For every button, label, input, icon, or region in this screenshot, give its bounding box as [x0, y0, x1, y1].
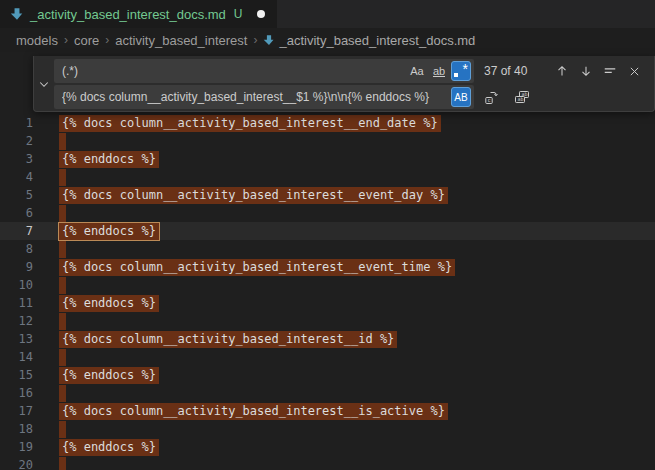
- empty-line-match-highlight: [59, 277, 66, 294]
- replace-input[interactable]: [62, 90, 449, 104]
- breadcrumb-separator: ›: [252, 33, 258, 47]
- regex-icon: *: [454, 64, 468, 78]
- code-line[interactable]: 8: [0, 240, 655, 258]
- arrow-up-icon: [555, 64, 569, 78]
- code-line[interactable]: 3{% enddocs %}: [0, 150, 655, 168]
- empty-line-match-highlight: [59, 205, 66, 222]
- code-line[interactable]: 17{% docs column__activity_based_interes…: [0, 402, 655, 420]
- code-line[interactable]: 1{% docs column__activity_based_interest…: [0, 114, 655, 132]
- line-number[interactable]: 5: [0, 186, 33, 204]
- breadcrumb-item-file[interactable]: _activity_based_interest_docs.md: [263, 33, 475, 48]
- empty-line-match-highlight: [59, 421, 66, 438]
- code-text: {% enddocs %}: [59, 223, 159, 240]
- find-row: Aa ab * 37 of 40: [54, 59, 648, 83]
- replace-all-icon: ab ab: [514, 89, 530, 105]
- line-number[interactable]: 3: [0, 150, 33, 168]
- code-text: {% enddocs %}: [59, 295, 159, 312]
- code-line[interactable]: 9{% docs column__activity_based_interest…: [0, 258, 655, 276]
- code-line[interactable]: 2: [0, 132, 655, 150]
- line-number[interactable]: 19: [0, 438, 33, 456]
- code-text: {% enddocs %}: [59, 439, 159, 456]
- code-line[interactable]: 4: [0, 168, 655, 186]
- line-number[interactable]: 17: [0, 402, 33, 420]
- code-line[interactable]: 19{% enddocs %}: [0, 438, 655, 456]
- line-number[interactable]: 18: [0, 420, 33, 438]
- line-number[interactable]: 15: [0, 366, 33, 384]
- toggle-replace-button[interactable]: [34, 56, 54, 111]
- breadcrumb-item-core[interactable]: core: [74, 33, 99, 48]
- code-line[interactable]: 5{% docs column__activity_based_interest…: [0, 186, 655, 204]
- find-input[interactable]: [62, 64, 405, 78]
- editor-tab[interactable]: _activity_based_interest_docs.md U: [0, 0, 277, 28]
- next-match-button[interactable]: [576, 61, 596, 81]
- code-text: {% docs column__activity_based_interest_…: [59, 259, 455, 276]
- svg-text:c: c: [488, 97, 491, 103]
- code-text: {% enddocs %}: [59, 367, 159, 384]
- breadcrumb-item-activity-based-interest[interactable]: activity_based_interest: [115, 33, 247, 48]
- line-number[interactable]: 9: [0, 258, 33, 276]
- code-line[interactable]: 13{% docs column__activity_based_interes…: [0, 330, 655, 348]
- code-line[interactable]: 10: [0, 276, 655, 294]
- tab-bar: _activity_based_interest_docs.md U: [0, 0, 655, 28]
- line-number[interactable]: 14: [0, 348, 33, 366]
- empty-line-match-highlight: [59, 241, 66, 258]
- code-line[interactable]: 14: [0, 348, 655, 366]
- find-in-selection-button[interactable]: [600, 61, 620, 81]
- breadcrumb-separator: ›: [104, 33, 110, 47]
- previous-match-button[interactable]: [552, 61, 572, 81]
- code-line[interactable]: 6: [0, 204, 655, 222]
- modified-dot-icon[interactable]: [257, 10, 265, 18]
- code-line[interactable]: 12: [0, 312, 655, 330]
- code-text: {% docs column__activity_based_interest_…: [59, 403, 448, 420]
- chevron-down-icon: [38, 78, 50, 90]
- code-line[interactable]: 11{% enddocs %}: [0, 294, 655, 312]
- line-number[interactable]: 2: [0, 132, 33, 150]
- line-number[interactable]: 11: [0, 294, 33, 312]
- code-text: {% docs column__activity_based_interest_…: [59, 187, 448, 204]
- replace-button[interactable]: c: [482, 87, 502, 107]
- line-number[interactable]: 20: [0, 456, 33, 470]
- line-number[interactable]: 4: [0, 168, 33, 186]
- selection-lines-icon: [603, 64, 617, 78]
- empty-line-match-highlight: [59, 133, 66, 150]
- editor-lines: 1{% docs column__activity_based_interest…: [0, 114, 655, 470]
- line-number[interactable]: 10: [0, 276, 33, 294]
- line-number[interactable]: 6: [0, 204, 33, 222]
- markdown-file-icon: [263, 34, 275, 46]
- editor[interactable]: Aa ab * 37 of 40: [0, 52, 655, 470]
- code-line[interactable]: 20: [0, 456, 655, 470]
- line-number[interactable]: 1: [0, 114, 33, 132]
- breadcrumb-separator: ›: [63, 33, 69, 47]
- line-number[interactable]: 16: [0, 384, 33, 402]
- code-line[interactable]: 16: [0, 384, 655, 402]
- regex-toggle[interactable]: *: [451, 61, 471, 81]
- line-number[interactable]: 7: [0, 222, 33, 240]
- line-number[interactable]: 8: [0, 240, 33, 258]
- code-line[interactable]: 18: [0, 420, 655, 438]
- empty-line-match-highlight: [59, 349, 66, 366]
- replace-row: AB c ab: [54, 85, 648, 109]
- line-number[interactable]: 12: [0, 312, 33, 330]
- arrow-down-icon: [579, 64, 593, 78]
- code-line[interactable]: 15{% enddocs %}: [0, 366, 655, 384]
- match-case-toggle[interactable]: Aa: [407, 61, 427, 81]
- code-text: {% docs column__activity_based_interest_…: [59, 115, 441, 132]
- empty-line-match-highlight: [59, 169, 66, 186]
- breadcrumb-item-models[interactable]: models: [16, 33, 58, 48]
- replace-icon: c: [484, 89, 500, 105]
- code-line[interactable]: 7{% enddocs %}: [0, 222, 655, 240]
- preserve-case-toggle[interactable]: AB: [451, 87, 471, 107]
- replace-all-button[interactable]: ab ab: [512, 87, 532, 107]
- close-find-button[interactable]: [624, 61, 644, 81]
- markdown-file-icon: [10, 7, 24, 21]
- find-input-box: Aa ab *: [54, 59, 474, 83]
- whole-word-toggle[interactable]: ab: [429, 61, 449, 81]
- svg-text:ab: ab: [517, 96, 523, 102]
- code-text: {% enddocs %}: [59, 151, 159, 168]
- line-number[interactable]: 13: [0, 330, 33, 348]
- empty-line-match-highlight: [59, 457, 66, 470]
- git-status-badge: U: [234, 7, 243, 21]
- empty-line-match-highlight: [59, 313, 66, 330]
- tab-title: _activity_based_interest_docs.md: [30, 7, 226, 22]
- close-icon: [628, 65, 641, 78]
